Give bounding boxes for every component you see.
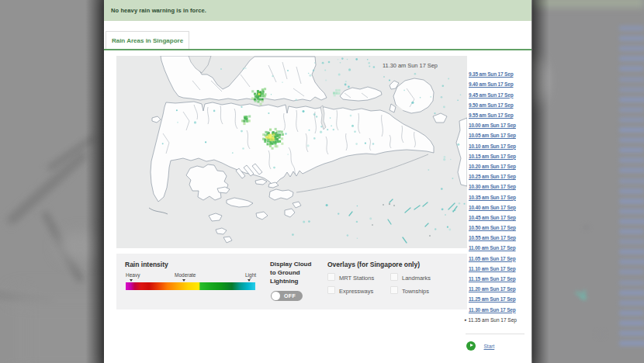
svg-text:11.30 am Sun 17 Sep: 11.30 am Sun 17 Sep [383,62,438,69]
